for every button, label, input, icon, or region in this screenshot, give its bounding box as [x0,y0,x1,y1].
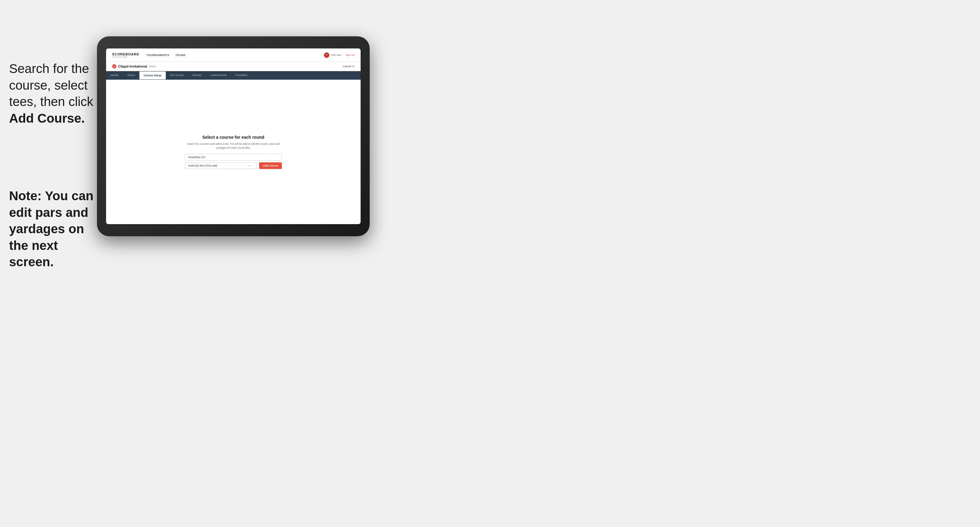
tab-leaderboards[interactable]: Leaderboards [206,71,231,79]
tournament-name: Clippd Invitational [118,65,147,68]
logo-area: SCOREBOARD Powered by clippd [112,52,139,58]
cancel-label: Cancel [343,65,351,68]
nav-tournaments[interactable]: TOURNAMENTS [146,52,169,58]
tournament-icon: C [112,64,116,68]
clear-icon[interactable]: ✕ [248,165,250,167]
tee-select-value: Gold (M) (M) (7010 yds) [188,164,217,167]
logo-title: SCOREBOARD [112,52,139,56]
instruction-text: Search for the course, select tees, then… [9,62,93,109]
note-text: Note: You can edit pars and yardages on … [9,189,93,269]
section-description: Search for a course and select a tee. Yo… [185,142,282,150]
tab-teams[interactable]: Teams [123,71,140,79]
section-title: Select a course for each round [185,135,282,140]
instruction-panel: Search for the course, select tees, then… [9,60,97,127]
tablet-screen: SCOREBOARD Powered by clippd TOURNAMENTS… [106,48,361,224]
tab-course-setup[interactable]: Course Setup [139,71,166,79]
instruction-note: Note: You can edit pars and yardages on … [9,188,97,270]
tee-select-controls: ✕ ⌄ [248,165,253,167]
navbar: SCOREBOARD Powered by clippd TOURNAMENTS… [106,48,361,62]
course-section: Select a course for each round Search fo… [185,135,282,169]
tab-details[interactable]: Details [106,71,123,79]
tournament-title-area: C Clippd Invitational (Men) [112,64,156,68]
tab-results[interactable]: Results [188,71,206,79]
nav-right: T Test User | Sign out [324,52,355,58]
user-name: Test User [331,54,342,56]
cancel-button[interactable]: Cancel ✕ [343,65,355,68]
tournament-badge: (Men) [149,65,156,68]
instruction-bold: Add Course. [9,111,85,125]
tournament-header: C Clippd Invitational (Men) Cancel ✕ [106,62,361,71]
nav-divider: | [343,54,344,56]
nav-teams[interactable]: TEAMS [175,52,186,58]
tee-select-row: Gold (M) (M) (7010 yds) ✕ ⌄ Add Course [185,162,282,169]
nav-links: TOURNAMENTS TEAMS [146,52,324,58]
tee-select-dropdown[interactable]: Gold (M) (M) (7010 yds) ✕ ⌄ [185,162,257,169]
main-content: Select a course for each round Search fo… [106,79,361,224]
add-course-button[interactable]: Add Course [259,162,282,169]
course-search-input[interactable] [185,154,282,160]
chevron-down-icon[interactable]: ⌄ [251,165,253,167]
cancel-x-icon: ✕ [352,65,355,68]
user-avatar: T [324,52,329,58]
logo-subtitle: Powered by clippd [112,56,139,58]
tab-printables[interactable]: Printables [231,71,252,79]
tab-tee-groups[interactable]: Tee Groups [166,71,188,79]
sign-out-link[interactable]: Sign out [346,54,355,56]
tablet-shell: SCOREBOARD Powered by clippd TOURNAMENTS… [97,37,370,236]
tab-bar: Details Teams Course Setup Tee Groups Re… [106,71,361,79]
